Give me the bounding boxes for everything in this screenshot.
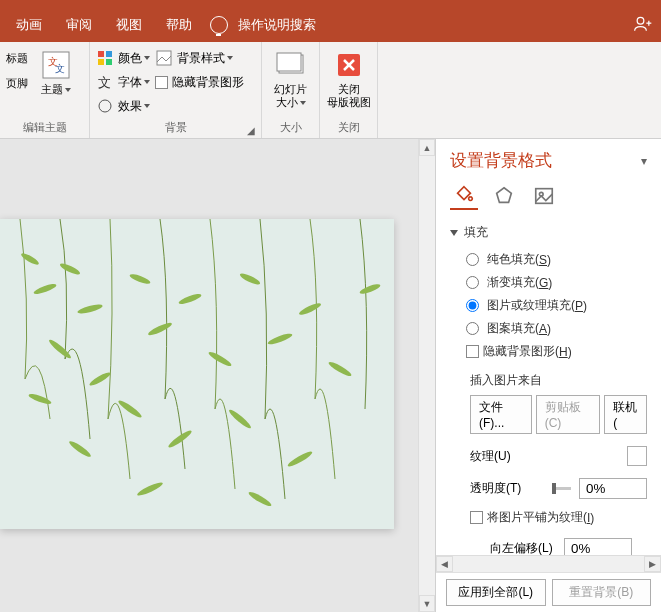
ribbon-group-label: 背景◢ xyxy=(96,118,255,138)
dialog-launcher-icon[interactable]: ◢ xyxy=(247,125,255,136)
ribbon: 标题 页脚 文文 主题 编辑主题 颜色 文字体 效果 背景样式 隐藏背景图形 背… xyxy=(0,42,661,139)
title-placeholder-label: 标题 xyxy=(6,51,32,66)
panel-options-icon[interactable]: ▾ xyxy=(641,154,647,168)
tab-view[interactable]: 视图 xyxy=(104,10,154,40)
svg-rect-6 xyxy=(98,51,104,57)
transparency-label: 透明度(T) xyxy=(470,480,544,497)
svg-rect-14 xyxy=(277,53,301,71)
menubar: 动画 审阅 视图 帮助 操作说明搜索 xyxy=(0,8,661,42)
texture-label: 纹理(U) xyxy=(470,448,544,465)
fill-section-header[interactable]: 填充 xyxy=(450,224,647,241)
gradient-fill-radio[interactable]: 渐变填充(G) xyxy=(466,274,647,291)
reset-background-button[interactable]: 重置背景(B) xyxy=(552,579,652,606)
tab-animation[interactable]: 动画 xyxy=(4,10,54,40)
transparency-slider[interactable] xyxy=(552,487,571,490)
clipboard-button[interactable]: 剪贴板(C) xyxy=(536,395,601,434)
ribbon-group-size: 幻灯片大小 大小 xyxy=(262,42,320,138)
tab-review[interactable]: 审阅 xyxy=(54,10,104,40)
background-styles-button[interactable]: 背景样式 xyxy=(155,47,255,69)
canvas-vscroll[interactable]: ▲ ▼ xyxy=(418,139,435,612)
ribbon-group-theme: 标题 页脚 文文 主题 编辑主题 xyxy=(0,42,90,138)
offset-left-label: 向左偏移(L) xyxy=(490,540,564,555)
scroll-right-icon[interactable]: ▶ xyxy=(644,556,661,572)
scroll-up-icon[interactable]: ▲ xyxy=(419,139,435,156)
svg-rect-8 xyxy=(98,59,104,65)
ribbon-group-label: 编辑主题 xyxy=(6,118,83,138)
svg-rect-18 xyxy=(0,219,394,529)
svg-point-0 xyxy=(637,17,644,24)
svg-point-11 xyxy=(99,100,111,112)
online-button[interactable]: 联机( xyxy=(604,395,647,434)
effects-button[interactable]: 效果 xyxy=(96,95,155,117)
slide-canvas-area: ▲ ▼ xyxy=(0,139,435,612)
texture-picker[interactable] xyxy=(627,446,647,466)
scroll-left-icon[interactable]: ◀ xyxy=(436,556,453,572)
colors-button[interactable]: 颜色 xyxy=(96,47,155,69)
svg-text:文: 文 xyxy=(98,75,111,90)
share-icon[interactable] xyxy=(633,14,653,37)
solid-fill-radio[interactable]: 纯色填充(S) xyxy=(466,251,647,268)
pattern-fill-radio[interactable]: 图案填充(A) xyxy=(466,320,647,337)
apply-all-button[interactable]: 应用到全部(L) xyxy=(446,579,546,606)
svg-rect-9 xyxy=(106,59,112,65)
format-background-panel: 设置背景格式 ▾ 填充 纯色填充(S) 渐变填充(G) 图片或纹理填充(P) 图… xyxy=(435,139,661,612)
picture-fill-radio[interactable]: 图片或纹理填充(P) xyxy=(466,297,647,314)
slide-size-button[interactable]: 幻灯片大小 xyxy=(268,45,313,109)
svg-marker-42 xyxy=(497,188,512,203)
ribbon-group-label: 大小 xyxy=(268,118,313,138)
hide-bg-graphics-checkbox[interactable]: 隐藏背景图形(H) xyxy=(466,343,647,360)
close-master-button[interactable]: 关闭母版视图 xyxy=(326,45,371,109)
panel-hscroll[interactable]: ◀ ▶ xyxy=(436,555,661,572)
picture-tab-icon[interactable] xyxy=(530,182,558,210)
file-button[interactable]: 文件(F)... xyxy=(470,395,532,434)
tile-checkbox[interactable]: 将图片平铺为纹理(I) xyxy=(470,509,647,526)
tell-me-search[interactable]: 操作说明搜索 xyxy=(234,16,316,34)
transparency-input[interactable] xyxy=(579,478,647,499)
effects-tab-icon[interactable] xyxy=(490,182,518,210)
fill-tab-icon[interactable] xyxy=(450,182,478,210)
svg-rect-7 xyxy=(106,51,112,57)
offset-left-input[interactable] xyxy=(564,538,632,555)
svg-text:文: 文 xyxy=(55,63,65,74)
tell-me-icon[interactable] xyxy=(210,16,228,34)
insert-from-label: 插入图片来自 xyxy=(470,372,647,389)
panel-title: 设置背景格式 xyxy=(450,149,641,172)
scroll-down-icon[interactable]: ▼ xyxy=(419,595,435,612)
slide[interactable] xyxy=(0,219,394,529)
tab-help[interactable]: 帮助 xyxy=(154,10,204,40)
ribbon-group-close: 关闭母版视图 关闭 xyxy=(320,42,378,138)
ribbon-group-label: 关闭 xyxy=(326,118,371,138)
fonts-button[interactable]: 文字体 xyxy=(96,71,155,93)
footer-placeholder-label: 页脚 xyxy=(6,76,32,91)
hide-background-checkbox[interactable]: 隐藏背景图形 xyxy=(155,71,255,93)
themes-button[interactable]: 文文 主题 xyxy=(32,45,80,96)
ribbon-group-background: 颜色 文字体 效果 背景样式 隐藏背景图形 背景◢ xyxy=(90,42,262,138)
